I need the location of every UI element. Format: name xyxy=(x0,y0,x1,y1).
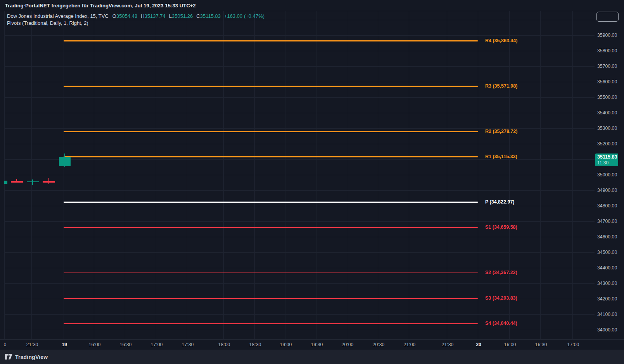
horizontal-gridline xyxy=(4,237,595,237)
horizontal-gridline xyxy=(4,51,595,51)
time-axis-label: 0 xyxy=(4,342,7,347)
vertical-gridline xyxy=(509,11,510,339)
pivot-line-s1[interactable] xyxy=(64,227,478,228)
horizontal-gridline xyxy=(4,97,595,98)
candle[interactable] xyxy=(59,157,71,167)
footer-bar: TradingView xyxy=(0,350,624,364)
horizontal-gridline xyxy=(4,252,595,253)
time-axis-label: 18:00 xyxy=(218,342,230,347)
vertical-gridline xyxy=(447,11,447,339)
time-axis-label: 17:30 xyxy=(182,342,194,347)
horizontal-gridline xyxy=(4,82,595,82)
price-axis-settings-box[interactable] xyxy=(596,12,619,22)
price-axis-label: 35400.00 xyxy=(597,110,617,116)
candle-wick xyxy=(32,179,33,185)
price-axis-label: 35800.00 xyxy=(597,48,617,53)
ohlc-close: C35115.83 xyxy=(196,13,221,19)
chart-legend: Dow Jones Industrial Average Index, 15, … xyxy=(7,12,264,26)
ohlc-open: O35054.48 xyxy=(112,13,137,19)
horizontal-gridline xyxy=(4,221,595,222)
ohlc-low: L35051.26 xyxy=(169,13,193,19)
candle[interactable] xyxy=(43,181,55,183)
pivot-line-r4[interactable] xyxy=(64,40,478,41)
tradingview-chart-window: Trading-PortalNET freigegeben für Tradin… xyxy=(0,0,624,364)
time-axis-label: 20:30 xyxy=(373,342,385,347)
vertical-gridline xyxy=(64,11,64,339)
pivot-label-r3: R3 (35,571.08) xyxy=(485,83,517,89)
price-axis-label: 35000.00 xyxy=(597,172,617,178)
price-axis-label: 34100.00 xyxy=(597,312,617,317)
time-axis-label: 21:00 xyxy=(404,342,416,347)
horizontal-gridline xyxy=(4,314,595,315)
time-axis-label: 18:30 xyxy=(249,342,261,347)
price-axis-label: 34200.00 xyxy=(597,296,617,302)
horizontal-gridline xyxy=(4,330,595,330)
pivot-line-s2[interactable] xyxy=(64,273,478,273)
time-axis-label: 16:30 xyxy=(120,342,132,347)
price-axis-label: 34000.00 xyxy=(597,327,617,333)
price-axis-label: 34700.00 xyxy=(597,219,617,224)
tradingview-logo-icon[interactable] xyxy=(5,354,12,360)
vertical-gridline xyxy=(187,11,187,339)
price-axis-label: 35300.00 xyxy=(597,126,617,131)
vertical-gridline xyxy=(316,11,316,339)
vertical-gridline xyxy=(478,11,478,339)
price-axis-label: 35700.00 xyxy=(597,64,617,69)
vertical-gridline xyxy=(4,11,5,339)
candle[interactable] xyxy=(11,181,23,183)
pivot-label-s4: S4 (34,040.44) xyxy=(485,321,517,326)
pivot-label-r4: R4 (35,863.44) xyxy=(485,38,517,43)
footer-brand-text[interactable]: TradingView xyxy=(15,354,48,360)
price-axis-label: 34400.00 xyxy=(597,265,617,271)
price-axis-label: 35600.00 xyxy=(597,79,617,85)
price-axis-label: 34500.00 xyxy=(597,250,617,255)
chart-pane[interactable]: R4 (35,863.44)R3 (35,571.08)R2 (35,278.7… xyxy=(0,11,624,339)
time-axis-label: 19:30 xyxy=(311,342,323,347)
pivot-line-s3[interactable] xyxy=(64,298,478,299)
price-axis-label: 35900.00 xyxy=(597,33,617,38)
vertical-gridline xyxy=(540,11,541,339)
pivot-line-r3[interactable] xyxy=(64,86,478,87)
vertical-gridline xyxy=(409,11,409,339)
horizontal-gridline xyxy=(4,144,595,144)
time-axis-label: 19:00 xyxy=(280,342,292,347)
horizontal-gridline xyxy=(4,190,595,191)
vertical-gridline xyxy=(223,11,224,339)
legend-symbol-row[interactable]: Dow Jones Industrial Average Index, 15, … xyxy=(7,12,264,19)
pivot-line-s4[interactable] xyxy=(64,323,478,324)
indicator-title[interactable]: Pivots (Traditional, Daily, 1, Right, 2) xyxy=(7,20,88,26)
vertical-gridline xyxy=(31,11,32,339)
vertical-gridline xyxy=(156,11,156,339)
pivot-label-p: P (34,822.97) xyxy=(485,199,515,205)
price-change: +163.00 (+0.47%) xyxy=(224,13,264,19)
time-axis[interactable]: 021:301916:0016:3017:0017:3018:0018:3019… xyxy=(0,339,624,350)
time-axis-label: 20:00 xyxy=(342,342,354,347)
pivot-line-r1[interactable] xyxy=(64,156,478,157)
horizontal-gridline xyxy=(4,206,595,206)
horizontal-gridline xyxy=(4,268,595,268)
horizontal-gridline xyxy=(4,175,595,175)
legend-indicator-row[interactable]: Pivots (Traditional, Daily, 1, Right, 2) xyxy=(7,19,264,26)
vertical-gridline xyxy=(94,11,94,339)
last-price-badge: 35115.83 11:30 xyxy=(595,154,618,166)
pivot-line-p[interactable] xyxy=(64,202,478,203)
titlebar-text: Trading-PortalNET freigegeben für Tradin… xyxy=(5,3,196,9)
price-axis-label: 35200.00 xyxy=(597,141,617,147)
time-axis-label: 21:30 xyxy=(442,342,454,347)
horizontal-gridline xyxy=(4,66,595,67)
symbol-title[interactable]: Dow Jones Industrial Average Index, 15, … xyxy=(7,13,109,19)
time-axis-label: 16:00 xyxy=(89,342,101,347)
horizontal-gridline xyxy=(4,159,595,160)
candle[interactable] xyxy=(4,181,7,184)
time-axis-label: 20 xyxy=(476,342,481,347)
candle[interactable] xyxy=(27,181,39,182)
last-price-time: 11:30 xyxy=(597,160,618,166)
price-axis-label: 34900.00 xyxy=(597,188,617,193)
horizontal-gridline xyxy=(4,283,595,284)
price-axis-label: 34600.00 xyxy=(597,234,617,240)
vertical-gridline xyxy=(572,11,573,339)
last-price-value: 35115.83 xyxy=(597,154,618,160)
price-axis-label: 34300.00 xyxy=(597,281,617,286)
pivot-line-r2[interactable] xyxy=(64,131,478,132)
price-axis[interactable]: 35115.83 11:30 36000.0035900.0035800.003… xyxy=(595,11,624,339)
